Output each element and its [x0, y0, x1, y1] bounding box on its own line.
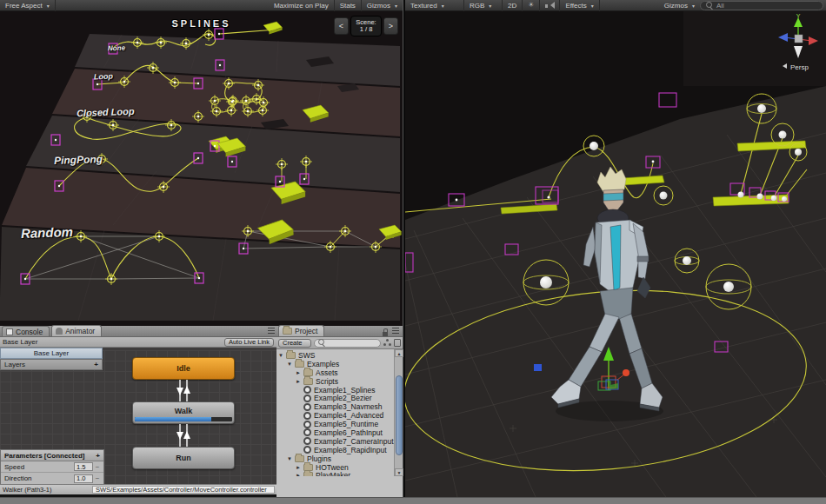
- tree-item[interactable]: Example6_PathInput: [276, 428, 393, 437]
- scene-selector: < Scene: 1 / 8 >: [334, 16, 398, 36]
- transition-idle-walk[interactable]: [172, 380, 195, 401]
- add-layer-button[interactable]: +: [94, 361, 98, 368]
- subasset-filter-icon[interactable]: [383, 339, 391, 347]
- project-tabstrip: Project: [276, 326, 403, 337]
- tree-item[interactable]: Examples: [276, 360, 393, 368]
- folder-icon: [303, 464, 313, 471]
- row-label-closed-loop: Closed Loop: [77, 106, 135, 118]
- next-scene-button[interactable]: >: [383, 17, 398, 35]
- shading-dropdown[interactable]: Textured: [405, 0, 464, 11]
- game-gizmos-dropdown[interactable]: Gizmos: [362, 0, 403, 11]
- effects-dropdown[interactable]: Effects: [560, 0, 599, 11]
- scene-asset-icon: [303, 386, 311, 394]
- row-label-pingpong: PingPong: [54, 153, 103, 167]
- search-icon: [706, 2, 714, 10]
- tree-item-label: Example7_CameraInput: [314, 437, 394, 446]
- lighting-toggle[interactable]: ☀: [523, 0, 540, 11]
- param-direction-remove-button[interactable]: −: [93, 474, 102, 482]
- scene-counter-value: 1 / 8: [360, 26, 373, 33]
- param-direction-value[interactable]: 1.0: [74, 474, 93, 483]
- 2d-label: 2D: [508, 2, 516, 10]
- scroll-up-icon[interactable]: ▲: [395, 349, 403, 357]
- foldout-icon[interactable]: [287, 361, 295, 367]
- animator-breadcrumb-bar: Base Layer Auto Live Link: [0, 337, 276, 348]
- panel-menu-icon[interactable]: [392, 328, 399, 334]
- tree-item[interactable]: Example3_Navmesh: [276, 402, 393, 411]
- tree-item[interactable]: Scripts: [276, 377, 393, 386]
- unity-editor-window: Free Aspect Maximize on Play Stats Gizmo…: [0, 0, 826, 504]
- layers-footer: Layers +: [0, 359, 103, 370]
- project-toolbar: Create: [276, 337, 403, 349]
- auto-live-link-button[interactable]: Auto Live Link: [224, 338, 274, 347]
- tree-item[interactable]: Example1_Splines: [276, 386, 393, 395]
- folder-icon: [303, 472, 313, 476]
- status-selection: Walker (Path3-1): [0, 486, 51, 494]
- breadcrumb[interactable]: Base Layer: [3, 338, 37, 346]
- foldout-icon[interactable]: [296, 379, 303, 384]
- state-idle[interactable]: Idle: [132, 357, 235, 380]
- tab-console[interactable]: Console: [2, 326, 50, 336]
- foldout-icon[interactable]: [287, 456, 295, 461]
- tree-item-label: Example8_RapidInput: [314, 446, 387, 454]
- add-parameter-button[interactable]: +: [96, 452, 100, 460]
- foldout-icon[interactable]: [296, 473, 303, 476]
- foldout-icon[interactable]: [296, 370, 303, 375]
- param-speed-remove-button[interactable]: −: [93, 463, 102, 471]
- search-icon: [318, 339, 326, 347]
- foldout-icon[interactable]: [296, 465, 303, 470]
- foldout-icon[interactable]: [278, 353, 286, 358]
- project-scrollbar[interactable]: ▲ ▼: [394, 349, 403, 476]
- animator-icon: [56, 328, 63, 335]
- tree-item[interactable]: Example4_Advanced: [276, 411, 393, 420]
- tree-item[interactable]: PlayMaker: [276, 471, 393, 476]
- scene-counter: Scene: 1 / 8: [350, 16, 382, 36]
- param-speed-value[interactable]: 1.5: [74, 462, 93, 471]
- scene-search-value: All: [716, 2, 724, 10]
- axis-y-label: Y: [796, 13, 801, 19]
- 2d-toggle[interactable]: 2D: [503, 0, 523, 11]
- panel-menu-icon[interactable]: [268, 328, 275, 334]
- scrollbar-thumb[interactable]: [396, 375, 403, 455]
- scene-asset-icon: [303, 428, 311, 436]
- state-run-label: Run: [176, 454, 191, 462]
- aspect-dropdown[interactable]: Free Aspect: [0, 0, 56, 11]
- tree-item-label: Example1_Splines: [314, 386, 375, 395]
- state-walk[interactable]: Walk: [132, 401, 235, 424]
- scene-gizmos-dropdown[interactable]: Gizmos: [659, 0, 700, 11]
- scene-search-input[interactable]: All: [700, 1, 823, 10]
- project-search-input[interactable]: [314, 339, 382, 348]
- scene-viewport[interactable]: Y Persp: [405, 11, 826, 497]
- transition-walk-run[interactable]: [172, 424, 195, 447]
- panel-divider[interactable]: [403, 0, 405, 504]
- audio-toggle[interactable]: [540, 0, 560, 11]
- tab-project[interactable]: Project: [278, 325, 324, 336]
- prev-scene-button[interactable]: <: [334, 17, 349, 35]
- tree-item[interactable]: Example5_Runtime: [276, 420, 393, 428]
- maximize-on-play-button[interactable]: Maximize on Play: [269, 0, 335, 11]
- tree-item[interactable]: Plugins: [276, 454, 393, 463]
- stats-button[interactable]: Stats: [335, 0, 362, 11]
- tree-item[interactable]: Example8_RapidInput: [276, 446, 393, 454]
- param-speed-label: Speed: [3, 463, 74, 471]
- tab-animator[interactable]: Animator: [51, 325, 102, 336]
- tree-item[interactable]: HOTween: [276, 463, 393, 472]
- tree-item[interactable]: Example2_Bezier: [276, 394, 393, 402]
- tree-item[interactable]: Example7_CameraInput: [276, 437, 393, 446]
- tree-item[interactable]: SWS: [276, 351, 393, 360]
- scene-toolbar: Textured RGB 2D ☀ Effects Gizmos All: [405, 0, 826, 11]
- scroll-down-icon[interactable]: ▼: [395, 468, 403, 476]
- state-run[interactable]: Run: [132, 447, 235, 469]
- tree-item-label: Example5_Runtime: [314, 420, 378, 428]
- create-button[interactable]: Create: [278, 339, 311, 348]
- label-filter-icon[interactable]: [394, 339, 401, 347]
- layer-item-base-layer[interactable]: Base Layer: [0, 348, 103, 359]
- game-viewport[interactable]: SPLINES < Scene: 1 / 8 > None Loop Close…: [0, 11, 403, 326]
- folder-icon: [303, 378, 313, 385]
- maximize-label: Maximize on Play: [274, 2, 329, 10]
- lock-icon[interactable]: [383, 332, 388, 336]
- tab-console-label: Console: [16, 328, 43, 336]
- tree-item[interactable]: Assets: [276, 368, 393, 377]
- scene-asset-icon: [303, 446, 311, 454]
- tree-item-label: Plugins: [307, 454, 331, 463]
- render-mode-dropdown[interactable]: RGB: [464, 0, 503, 11]
